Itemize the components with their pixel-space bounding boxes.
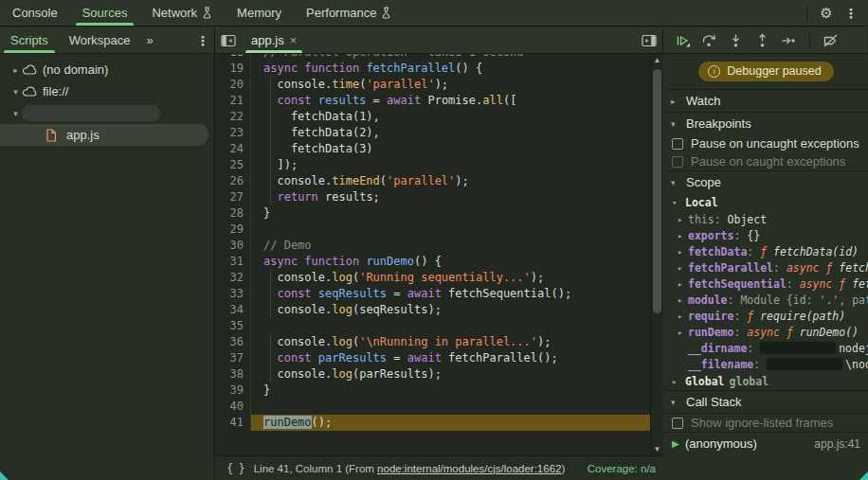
scope-variable-exports[interactable]: ▸exports: {}	[664, 227, 868, 243]
settings-button[interactable]: ⚙	[815, 2, 838, 25]
tree-item-redacted-folder[interactable]: ▾	[0, 102, 214, 124]
chevron-right-icon[interactable]: ▸	[678, 231, 688, 240]
code-line-26: 26 console.timeEnd('parallel');	[216, 173, 663, 189]
editor-tab-appjs[interactable]: app.js ×	[242, 27, 306, 53]
chevron-right-icon[interactable]: ▸	[672, 377, 680, 386]
chevron-down-icon[interactable]: ▾	[672, 198, 680, 207]
panel-tab-network[interactable]: Network	[139, 0, 225, 26]
scroll-down-icon[interactable]: ▼	[651, 445, 663, 453]
line-number[interactable]: 38	[216, 366, 251, 382]
line-number[interactable]: 29	[216, 222, 251, 238]
panel-tab-performance[interactable]: Performance	[294, 0, 404, 26]
code-token: (seqResults);	[353, 303, 442, 316]
chevron-right-icon[interactable]: ▸	[678, 311, 688, 321]
code-token: console.	[263, 335, 332, 348]
scope-variable-module[interactable]: ▸module: Module {id: '.', path: '…'	[664, 292, 868, 308]
tree-item-nodomain[interactable]: ▸(no domain)	[0, 59, 214, 80]
chevron-right-icon[interactable]: ▸	[9, 65, 22, 75]
scope-local-header[interactable]: ▾Local	[664, 193, 868, 211]
tree-item-file[interactable]: ▾file://	[0, 80, 214, 102]
pretty-print-button[interactable]: { }	[224, 461, 247, 476]
deactivate-breakpoints-button[interactable]	[819, 30, 842, 51]
ignore-listed-label: Show ignore-listed frames	[691, 416, 833, 430]
chevron-down-icon[interactable]: ▾	[9, 109, 22, 118]
call-stack-frame[interactable]: ▶(anonymous)app.js:41	[664, 433, 868, 454]
line-number[interactable]: 28	[216, 205, 251, 222]
line-number[interactable]: 25	[216, 157, 251, 173]
ignore-listed-toggle[interactable]: Show ignore-listed frames	[664, 413, 868, 433]
step-out-button[interactable]	[750, 30, 774, 51]
editor-scrollbar[interactable]: ▲ ▼	[650, 54, 663, 455]
main-menu-button[interactable]: ⋮	[840, 2, 862, 25]
scope-variable-__dirname[interactable]: __dirname: nodejs	[664, 340, 868, 356]
breakpoint-option[interactable]: Pause on uncaught exceptions	[664, 134, 868, 152]
watch-header[interactable]: ▸ Watch	[664, 90, 868, 112]
line-number[interactable]: 31	[216, 254, 251, 270]
chevron-right-icon[interactable]: ▸	[678, 295, 688, 305]
line-number[interactable]: 40	[216, 399, 251, 415]
info-icon: i	[708, 65, 720, 78]
panel-tab-memory[interactable]: Memory	[225, 0, 294, 26]
checkbox-icon[interactable]	[672, 418, 683, 429]
scope-variable-this[interactable]: ▸this: Object	[664, 211, 868, 227]
chevron-right-icon[interactable]: ▸	[678, 279, 688, 289]
sidebar-tab-workspace[interactable]: Workspace	[59, 27, 141, 53]
step-button[interactable]	[777, 30, 801, 51]
sidebar-tab-scripts[interactable]: Scripts	[0, 27, 59, 53]
line-number[interactable]: 35	[216, 318, 251, 334]
step-over-button[interactable]	[697, 30, 721, 51]
scope-variable-__filename[interactable]: __filename: \nodejs	[664, 356, 868, 372]
scope-variable-fetchParallel[interactable]: ▸fetchParallel: async ƒ fetchParallel()	[664, 259, 868, 276]
scope-global-header[interactable]: ▸Globalglobal	[664, 372, 868, 390]
navigator-menu-button[interactable]: ⋮	[191, 29, 214, 52]
line-number[interactable]: 37	[216, 350, 251, 366]
scroll-up-icon[interactable]: ▲	[651, 56, 663, 64]
line-number[interactable]: 23	[216, 125, 251, 141]
line-number[interactable]: 36	[216, 334, 251, 350]
chevron-right-icon[interactable]: ▸	[678, 247, 688, 257]
resume-button[interactable]	[671, 30, 695, 51]
chevron-right-icon[interactable]: ▸	[678, 263, 688, 273]
code-token: 'Running sequentially...'	[359, 271, 531, 284]
more-tabs-button[interactable]: »	[141, 27, 160, 53]
chevron-right-icon[interactable]: ▸	[678, 328, 688, 337]
scope-variable-fetchData[interactable]: ▸fetchData: ƒ fetchData(id)	[664, 243, 868, 259]
toggle-navigator-button[interactable]	[215, 27, 242, 53]
line-number[interactable]: 41	[216, 415, 251, 431]
breakpoints-header[interactable]: ▾ Breakpoints	[664, 113, 868, 134]
scope-header[interactable]: ▾ Scope	[664, 171, 868, 193]
toggle-debugger-panel-button[interactable]	[636, 27, 662, 53]
tree-item-app.js[interactable]: app.js	[0, 124, 208, 146]
source-map-link[interactable]: node:internal/modules/cjs/loader:1662	[377, 463, 561, 474]
variable-value: ƒ fetchData(id)	[760, 245, 859, 258]
scope-variable-runDemo[interactable]: ▸runDemo: async ƒ runDemo()	[664, 324, 868, 340]
line-number[interactable]: 30	[216, 238, 251, 254]
panel-tab-console[interactable]: Console	[0, 0, 70, 26]
scope-variable-require[interactable]: ▸require: ƒ require(path)	[664, 308, 868, 324]
call-stack-header[interactable]: ▾ Call Stack	[664, 391, 868, 413]
line-number[interactable]: 26	[216, 173, 251, 189]
line-number[interactable]: 39	[216, 382, 251, 399]
line-number[interactable]: 21	[216, 93, 251, 109]
code-viewport[interactable]: 18// Parallel operation - takes 1 second…	[216, 54, 663, 455]
line-number[interactable]: 22	[216, 109, 251, 125]
checkbox-icon[interactable]	[672, 156, 683, 168]
scope-variable-fetchSequential[interactable]: ▸fetchSequential: async ƒ fetchSequentia…	[664, 276, 868, 292]
panel-tab-sources[interactable]: Sources	[70, 0, 140, 26]
chevron-right-icon[interactable]: ▸	[678, 215, 688, 224]
line-number[interactable]: 33	[216, 286, 251, 302]
line-number[interactable]: 19	[216, 61, 251, 77]
line-number[interactable]: 32	[216, 270, 251, 286]
line-number[interactable]: 20	[216, 77, 251, 93]
line-number[interactable]: 27	[216, 189, 251, 205]
checkbox-icon[interactable]	[672, 138, 683, 150]
line-number[interactable]: 24	[216, 141, 251, 157]
line-number[interactable]: 34	[216, 302, 251, 318]
step-into-button[interactable]	[724, 30, 748, 51]
editor-tab-bar: app.js ×	[215, 27, 662, 54]
close-tab-icon[interactable]: ×	[290, 33, 298, 47]
line-number[interactable]: 18	[216, 54, 251, 61]
breakpoint-option[interactable]: Pause on caught exceptions	[664, 152, 868, 170]
scrollbar-thumb[interactable]	[653, 69, 661, 313]
chevron-down-icon[interactable]: ▾	[9, 87, 22, 97]
